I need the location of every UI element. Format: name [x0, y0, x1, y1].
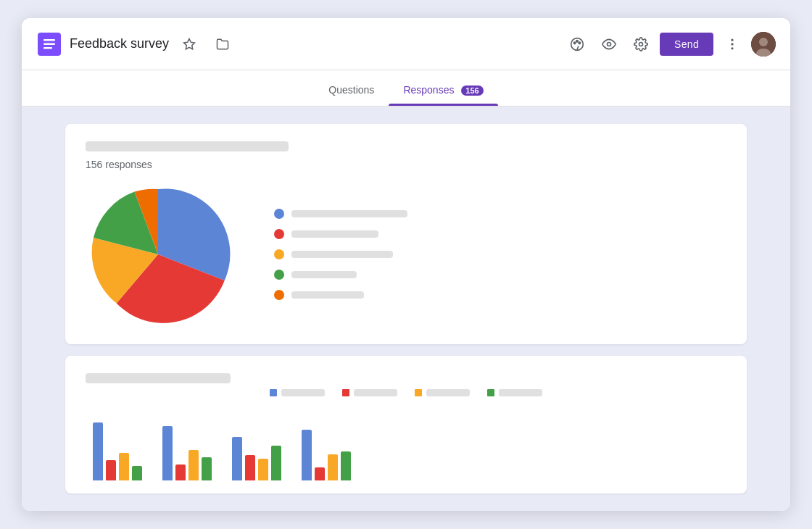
bar-legend-skel-2 [354, 389, 397, 396]
star-button[interactable] [176, 31, 202, 57]
chart-area [86, 182, 726, 327]
bar-legend-skel-1 [281, 389, 325, 396]
bar-legend-dot-1 [270, 389, 277, 396]
legend-dot-1 [274, 209, 284, 219]
legend-bar-4 [291, 271, 357, 278]
legend-bar-1 [291, 210, 407, 217]
bar-3-1 [232, 437, 242, 480]
responses-badge: 156 [461, 86, 483, 96]
bar-group-2 [162, 426, 212, 480]
send-button[interactable]: Send [660, 33, 713, 56]
app-window: Feedback survey [22, 18, 790, 511]
settings-button[interactable] [628, 31, 654, 57]
svg-rect-3 [44, 47, 52, 49]
svg-point-15 [759, 38, 768, 46]
bar-1-4 [132, 466, 142, 480]
svg-point-13 [731, 47, 733, 49]
legend-item-1 [274, 209, 407, 219]
pie-chart [86, 182, 231, 327]
bar-4-2 [315, 467, 325, 480]
bar-3-2 [245, 455, 255, 480]
svg-point-10 [639, 42, 643, 46]
bar-4-1 [302, 430, 312, 480]
main-content: 156 responses [22, 107, 790, 511]
bar-legend-dot-3 [415, 389, 422, 396]
svg-rect-1 [44, 39, 55, 41]
legend-bar-3 [291, 251, 393, 258]
bar-group-1 [93, 422, 142, 480]
legend-item-2 [274, 229, 407, 239]
tabs-bar: Questions Responses 156 [22, 70, 790, 107]
svg-point-9 [608, 42, 611, 46]
palette-button[interactable] [564, 31, 590, 57]
bar-4-4 [341, 451, 351, 480]
legend-bar-2 [291, 230, 378, 238]
header-left: Feedback survey [36, 31, 564, 57]
avatar-image [751, 32, 776, 57]
bar-1-3 [119, 453, 129, 480]
svg-point-11 [731, 38, 733, 41]
pie-legend [274, 209, 407, 300]
bar-4-3 [328, 454, 338, 480]
bar-group-3 [232, 437, 281, 480]
bar-chart-area [86, 408, 726, 480]
legend-dot-3 [274, 249, 284, 259]
page-title: Feedback survey [70, 36, 169, 51]
svg-rect-2 [44, 43, 55, 45]
bar-legend-skel-3 [426, 389, 470, 396]
app-icon [36, 31, 62, 57]
bar-3-4 [271, 446, 281, 480]
svg-point-8 [579, 42, 581, 44]
pie-chart-card: 156 responses [65, 124, 747, 344]
preview-button[interactable] [596, 31, 622, 57]
bar-legend-skel-4 [499, 389, 542, 396]
bar-2-2 [175, 465, 186, 480]
legend-bar-5 [291, 291, 364, 299]
svg-point-12 [731, 43, 733, 45]
legend-dot-2 [274, 229, 284, 239]
responses-count-label: 156 responses [86, 159, 726, 170]
card2-title-skeleton [86, 373, 231, 383]
bar-2-1 [162, 426, 173, 480]
legend-dot-5 [274, 290, 284, 300]
tab-questions[interactable]: Questions [314, 84, 389, 106]
folder-button[interactable] [210, 31, 236, 57]
bar-2-3 [188, 450, 199, 480]
bar-chart-card [65, 356, 747, 493]
card1-title-skeleton [86, 141, 289, 151]
svg-point-7 [576, 40, 579, 42]
bar-1-1 [93, 422, 103, 480]
bar-legend-item-1 [270, 389, 325, 396]
bar-chart-legend [86, 389, 726, 396]
header: Feedback survey [22, 18, 790, 70]
bar-1-2 [106, 460, 116, 480]
bar-2-4 [202, 457, 212, 480]
svg-point-6 [574, 42, 576, 44]
legend-item-4 [274, 270, 407, 280]
bar-legend-dot-4 [487, 389, 494, 396]
tab-responses[interactable]: Responses 156 [389, 84, 497, 106]
more-menu-button[interactable] [719, 31, 745, 57]
svg-marker-4 [184, 38, 195, 49]
bar-legend-item-4 [487, 389, 542, 396]
bar-group-4 [302, 430, 351, 480]
bar-3-3 [258, 459, 268, 480]
bar-legend-item-2 [342, 389, 397, 396]
bar-legend-dot-2 [342, 389, 349, 396]
legend-dot-4 [274, 270, 284, 280]
avatar[interactable] [751, 32, 776, 57]
legend-item-5 [274, 290, 407, 300]
header-right: Send [564, 31, 776, 57]
legend-item-3 [274, 249, 407, 259]
bar-legend-item-3 [415, 389, 470, 396]
